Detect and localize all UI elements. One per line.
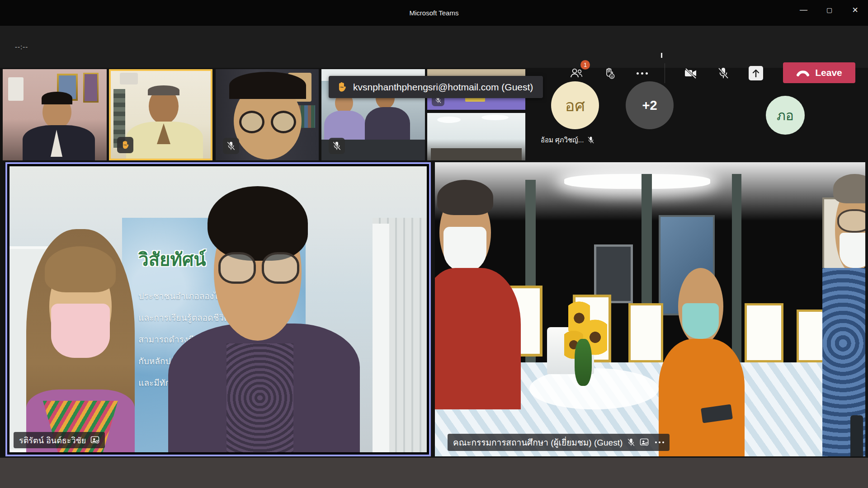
mic-toggle-button[interactable] xyxy=(713,64,733,82)
teams-meeting-window: Microsoft Teams — ▢ ✕ --:-- 1 xyxy=(0,0,868,488)
overflow-count: +2 xyxy=(642,98,657,113)
hangup-icon xyxy=(796,69,810,76)
window-title: Microsoft Teams xyxy=(0,0,868,26)
more-options-button[interactable] xyxy=(632,64,652,82)
leave-button[interactable]: Leave xyxy=(783,62,855,83)
maximize-button[interactable]: ▢ xyxy=(816,0,842,20)
camera-off-icon xyxy=(684,67,698,79)
avatar-name-row: อ้อม ศุภวิชญ์... xyxy=(541,135,594,145)
main-video-tile-active[interactable]: วิสัยทัศน์ ประชาชนอำเภอลองได้รับโอกา... … xyxy=(5,162,431,456)
video-tile-participant-2-raised-hand[interactable] xyxy=(109,69,212,160)
call-timer: --:-- xyxy=(15,43,28,51)
share-screen-button[interactable] xyxy=(746,64,766,82)
participants-count-badge: 1 xyxy=(580,60,590,70)
muted-mic-icon xyxy=(587,136,594,144)
video-scene: วิสัยทัศน์ ประชาชนอำเภอลองได้รับโอกา... … xyxy=(9,166,427,452)
muted-mic-badge xyxy=(223,138,239,154)
camera-toggle-button[interactable] xyxy=(681,64,701,82)
raised-hand-icon xyxy=(336,81,348,93)
avatar-initials-text: อศ xyxy=(565,93,585,118)
mic-off-icon xyxy=(717,67,729,80)
video-tile-participant-3[interactable] xyxy=(216,69,319,160)
guest-room-name-label: คณะกรรมการสถานศึกษา (ผู้เยี่ยมชม) (Guest… xyxy=(448,434,670,451)
avatar-initials-2[interactable]: ภอ xyxy=(766,96,805,135)
reactions-button[interactable] xyxy=(599,64,619,82)
avatar-initials-1[interactable]: อศ xyxy=(551,81,599,129)
flask-on-table xyxy=(850,415,863,456)
close-button[interactable]: ✕ xyxy=(842,0,868,20)
raised-hand-badge xyxy=(117,137,133,153)
spotlight-icon xyxy=(90,436,99,444)
participants-button[interactable]: 1 xyxy=(566,64,586,82)
scroll-tick xyxy=(661,53,662,58)
overflow-participants-avatar[interactable]: +2 xyxy=(626,81,674,129)
video-tile-participant-1[interactable] xyxy=(3,69,107,160)
raise-hand-icon xyxy=(603,67,616,80)
muted-mic-badge xyxy=(329,138,345,154)
avatar-initials-text: ภอ xyxy=(777,105,794,126)
video-scene xyxy=(427,113,525,160)
active-speaker-name-label: รติรัตน์ อินต์ธะวิชัย xyxy=(14,432,105,448)
muted-mic-icon xyxy=(627,438,635,447)
spotlight-icon xyxy=(640,438,649,446)
people-icon xyxy=(570,67,583,79)
share-icon xyxy=(749,66,763,80)
participant-name: คณะกรรมการสถานศึกษา (ผู้เยี่ยมชม) (Guest… xyxy=(453,436,623,449)
participant-name: อ้อม ศุภวิชญ์... xyxy=(541,135,584,145)
more-icon xyxy=(637,72,639,75)
tile-more-icon[interactable] xyxy=(655,441,664,443)
toast-text: kvsnphanthphengsri@hotmail.com (Guest) xyxy=(353,82,533,93)
windows-taskbar: a เข้า... LINE LINE xyxy=(0,458,868,488)
video-tile-participant-6[interactable] xyxy=(427,113,525,160)
title-bar: Microsoft Teams — ▢ ✕ xyxy=(0,0,868,26)
main-video-tile-guest-room[interactable]: คณะกรรมการสถานศึกษา (ผู้เยี่ยมชม) (Guest… xyxy=(435,162,865,456)
minimize-button[interactable]: — xyxy=(791,0,816,20)
raised-hand-toast: kvsnphanthphengsri@hotmail.com (Guest) xyxy=(329,76,543,98)
meeting-toolbar: --:-- 1 xyxy=(0,26,868,68)
toolbar-separator xyxy=(665,63,665,83)
leave-label: Leave xyxy=(815,67,842,78)
video-scene xyxy=(3,69,107,160)
participant-name: รติรัตน์ อินต์ธะวิชัย xyxy=(19,434,86,447)
